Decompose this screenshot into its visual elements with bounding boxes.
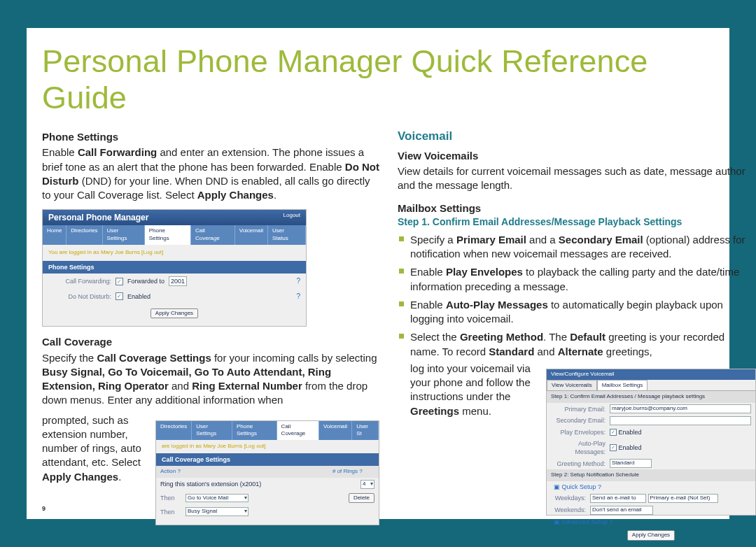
fig1-tab-phone-settings: Phone Settings xyxy=(145,225,191,245)
fig1-dnd-enabled: Enabled xyxy=(127,292,150,301)
fig3-row-weekends: Weekends: Don't send an email xyxy=(547,504,755,516)
text: Enable xyxy=(410,266,446,278)
text: Enable xyxy=(42,146,78,158)
call-coverage-paragraph: Specify the Call Coverage Settings for y… xyxy=(42,351,379,408)
fig3-quick-setup: ▣ Quick Setup ? xyxy=(547,481,755,492)
fig3-step2: Step 2: Setup Notification Schedule xyxy=(547,469,755,481)
fig2-then-label: Then xyxy=(160,494,183,502)
fig2-tab: User St xyxy=(352,421,379,441)
bold-apply-changes: Apply Changes xyxy=(42,471,118,483)
phone-settings-heading: Phone Settings xyxy=(42,130,379,144)
fig1-tab-user-status: User Status xyxy=(268,225,306,245)
right-column: Voicemail View Voicemails View details f… xyxy=(398,129,756,525)
fig1-apply-button: Apply Changes xyxy=(150,308,198,319)
two-column-layout: Phone Settings Enable Call Forwarding an… xyxy=(42,129,714,525)
screenshot-call-coverage: Directories User Settings Phone Settings… xyxy=(155,420,379,525)
fig3-weekends-action: Don't send an email xyxy=(590,506,653,515)
fig1-title: Personal Phone Manager xyxy=(48,212,148,223)
fig3-auto-play-label: Auto-Play Messages: xyxy=(551,439,610,456)
fig2-logged-in: are logged in as Mary Joe Burns [Log out… xyxy=(156,440,379,453)
text: and xyxy=(534,346,557,357)
fig3-row-play-env: Play Envelopes: ✓ Enabled xyxy=(547,427,755,438)
fig2-tab: Directories xyxy=(156,421,192,441)
fig1-cf-extension: 2001 xyxy=(169,276,187,286)
fig1-logged-in: You are logged in as Mary Joe Burns [Log… xyxy=(43,245,306,261)
mailbox-settings-heading: Mailbox Settings xyxy=(398,201,756,215)
bold-secondary-email: Secondary Email xyxy=(559,234,643,246)
checkbox-icon: ✓ xyxy=(610,429,617,436)
fig3-play-env-label: Play Envelopes: xyxy=(551,428,610,436)
step1-heading: Step 1. Confirm Email Addresses/Message … xyxy=(398,215,756,229)
fig1-cf-fwd-label: Forwarded to xyxy=(127,277,164,285)
checkbox-icon: ✓ xyxy=(610,444,617,451)
bold-call-forwarding: Call Forwarding xyxy=(78,146,157,158)
fig3-topbar: View/Configure Voicemail xyxy=(547,369,755,380)
text: for your incoming calls by selecting xyxy=(211,352,377,364)
bold-greetings: Greetings xyxy=(410,405,459,417)
voicemail-heading: Voicemail xyxy=(398,129,756,145)
help-icon: ? xyxy=(296,276,300,286)
fig2-tabs: Directories User Settings Phone Settings… xyxy=(156,421,379,441)
bullet-greeting-method: Select the Greeting Method. The Default … xyxy=(398,330,756,516)
bold-primary-email: Primary Email xyxy=(456,234,526,246)
bold-greeting-method: Greeting Method xyxy=(460,331,543,343)
help-icon: ? xyxy=(598,483,601,490)
fig3-advanced-link: Advanced Setup xyxy=(561,518,608,525)
bold-alternate: Alternate xyxy=(558,346,603,357)
bold-cc-settings: Call Coverage Settings xyxy=(97,352,211,364)
view-voicemails-paragraph: View details for current voicemail messa… xyxy=(398,164,756,193)
fig3-weekdays-action: Send an e-mail to xyxy=(590,494,646,503)
call-coverage-tail: prompted, such as extension number, numb… xyxy=(42,413,148,525)
fig3-weekdays-label: Weekdays: xyxy=(551,494,590,502)
fig3-weekends-label: Weekends: xyxy=(551,506,590,514)
fig2-tab: Voicemail xyxy=(319,421,352,441)
fig2-opt2-dropdown: Busy Signal xyxy=(186,507,248,516)
document-page: Personal Phone Manager Quick Reference G… xyxy=(27,28,729,519)
fig2-row-then2: Then Busy Signal xyxy=(156,505,379,518)
fig1-tab-directories: Directories xyxy=(66,225,102,245)
bold-auto-play: Auto-Play Messages xyxy=(446,299,548,311)
help-icon: ? xyxy=(359,468,362,474)
fig1-tab-voicemail: Voicemail xyxy=(235,225,268,245)
greetings-wrap: log into your voicemail via your phone a… xyxy=(410,362,756,516)
fig2-panel-header: Call Coverage Settings xyxy=(156,453,379,466)
screenshot-mailbox-settings: View/Configure Voicemail View Voicemails… xyxy=(546,369,756,516)
greetings-tail-text: log into your voicemail via your phone a… xyxy=(410,362,539,516)
fig3-secondary-label: Secondary Email: xyxy=(551,416,610,425)
fig3-tabs: View Voicemails Mailbox Settings xyxy=(547,380,755,392)
fig2-then-label: Then xyxy=(160,508,183,516)
fig3-primary-label: Primary Email: xyxy=(551,405,610,413)
bullet-primary-email: Specify a Primary Email and a Secondary … xyxy=(398,233,756,262)
phone-settings-paragraph: Enable Call Forwarding and enter an exte… xyxy=(42,145,379,202)
bullet-play-envelopes: Enable Play Envelopes to playback the ca… xyxy=(398,265,756,294)
text: log into your voicemail via your phone a… xyxy=(410,362,531,403)
text: prompted, such as extension number, numb… xyxy=(42,414,141,469)
fig2-ring-dropdown: 4 xyxy=(360,480,374,489)
help-icon: ? xyxy=(296,292,300,301)
fig3-step1: Step 1: Confirm Email Addresses / Messag… xyxy=(547,391,755,403)
text: greetings, xyxy=(603,346,652,357)
fig1-tab-home: Home xyxy=(43,225,66,245)
fig3-primary-input: maryjoe.burns@company.com xyxy=(610,404,751,413)
fig2-ring-station: Ring this station's extension (x2001) xyxy=(160,480,358,488)
text: Specify the xyxy=(42,352,97,364)
text: Enable xyxy=(410,299,446,311)
fig2-row-ring: Ring this station's extension (x2001) 4 xyxy=(156,478,379,491)
page-title: Personal Phone Manager Quick Reference G… xyxy=(42,43,714,116)
fig1-tabs: Home Directories User Settings Phone Set… xyxy=(43,225,306,245)
fig2-tab: Phone Settings xyxy=(232,421,277,441)
fig1-row-dnd: Do Not Disturb: ✓ Enabled ? xyxy=(43,289,306,304)
text: . xyxy=(118,471,121,483)
bullet-list: Specify a Primary Email and a Secondary … xyxy=(398,233,756,516)
fig2-tab: User Settings xyxy=(192,421,232,441)
bold-play-envelopes: Play Envelopes xyxy=(446,266,523,278)
call-coverage-wrap: prompted, such as extension number, numb… xyxy=(42,413,379,525)
fig3-row-greeting-method: Greeting Method: Standard xyxy=(547,457,755,469)
text: menu. xyxy=(459,405,491,417)
fig3-row-primary-email: Primary Email: maryjoe.burns@company.com xyxy=(547,403,755,415)
fig3-advanced-setup: ▣ Advanced Setup ? xyxy=(547,516,755,527)
fig1-dnd-checkbox: ✓ xyxy=(115,292,123,300)
text: Select the xyxy=(410,331,460,343)
screenshot-phone-settings: Personal Phone Manager Logout Home Direc… xyxy=(42,209,307,327)
bold-default: Default xyxy=(570,331,606,343)
